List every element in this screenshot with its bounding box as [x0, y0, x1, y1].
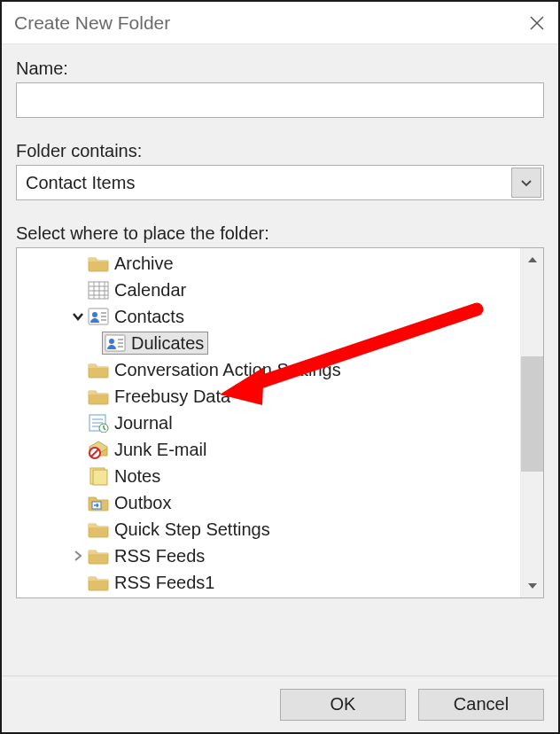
folder-contains-label: Folder contains:: [16, 141, 544, 161]
folder-contains-dropdown[interactable]: Contact Items: [16, 165, 544, 200]
chevron-up-icon: [527, 254, 538, 265]
tree-collapse-icon[interactable]: [68, 307, 88, 326]
name-input[interactable]: [16, 82, 544, 118]
junk-icon: [88, 439, 109, 460]
folder-icon: [88, 519, 109, 540]
tree-item-label: Journal: [114, 410, 173, 436]
cancel-button[interactable]: Cancel: [418, 689, 544, 721]
tree-item[interactable]: Freebusy Data: [17, 383, 520, 410]
tree-item[interactable]: Outbox: [17, 489, 520, 516]
tree-item[interactable]: Contacts: [17, 303, 520, 330]
tree-item-label: RSS Feeds: [114, 543, 205, 569]
folder-icon: [88, 359, 109, 380]
tree-expand-icon[interactable]: [68, 546, 88, 566]
tree-item[interactable]: Archive: [17, 250, 520, 277]
dropdown-button[interactable]: [511, 168, 541, 198]
scrollbar-vertical[interactable]: [520, 248, 543, 597]
chevron-down-icon: [527, 581, 538, 591]
tree-item[interactable]: Dulicates: [17, 330, 520, 356]
scrollbar-track[interactable]: [521, 271, 543, 574]
folder-contains-value: Contact Items: [17, 166, 509, 199]
tree-item-label: Contacts: [114, 303, 184, 330]
calendar-icon: [88, 279, 109, 301]
svg-marker-3: [528, 583, 537, 589]
svg-marker-2: [528, 257, 537, 262]
tree-item-label: Outbox: [114, 489, 171, 516]
place-label: Select where to place the folder:: [16, 223, 544, 244]
scroll-down-button[interactable]: [521, 574, 543, 597]
journal-icon: [88, 412, 109, 433]
folder-icon: [88, 386, 109, 407]
dialog-title: Create New Folder: [14, 12, 516, 34]
tree-item-label: Junk E-mail: [114, 436, 206, 463]
tree-item-label: Dulicates: [131, 330, 204, 356]
scrollbar-thumb[interactable]: [521, 356, 543, 472]
folder-tree: ArchiveCalendarContactsDulicatesConversa…: [16, 247, 544, 598]
tree-item[interactable]: Notes: [17, 463, 520, 489]
create-new-folder-dialog: Create New Folder Name: Folder contains:…: [0, 0, 560, 734]
tree-item-label: Notes: [114, 463, 160, 489]
outbox-icon: [88, 492, 109, 513]
dialog-content: Name: Folder contains: Contact Items Sel…: [2, 44, 558, 675]
tree-item[interactable]: Journal: [17, 410, 520, 436]
tree-item-label: RSS Feeds1: [114, 569, 214, 596]
scroll-up-button[interactable]: [521, 248, 543, 271]
tree-item[interactable]: Junk E-mail: [17, 436, 520, 463]
ok-button[interactable]: OK: [280, 689, 406, 721]
button-bar: OK Cancel: [2, 675, 558, 732]
tree-item-label: Quick Step Settings: [114, 516, 270, 543]
chevron-down-icon: [520, 176, 533, 189]
close-icon: [530, 16, 544, 30]
tree-item[interactable]: Quick Step Settings: [17, 516, 520, 543]
titlebar: Create New Folder: [2, 2, 558, 44]
tree-item-label: Conversation Action Settings: [114, 356, 341, 383]
contacts-icon: [105, 332, 126, 354]
contacts-icon: [88, 306, 109, 327]
folder-icon: [88, 545, 109, 566]
tree-item-label: Freebusy Data: [114, 383, 230, 410]
tree-item-label: Archive: [114, 250, 174, 277]
folder-icon: [88, 572, 109, 593]
folder-icon: [88, 253, 109, 274]
folder-tree-viewport[interactable]: ArchiveCalendarContactsDulicatesConversa…: [17, 248, 520, 597]
tree-item[interactable]: RSS Feeds1: [17, 569, 520, 596]
name-label: Name:: [16, 59, 544, 79]
tree-item[interactable]: RSS Feeds: [17, 543, 520, 569]
tree-item-label: Calendar: [114, 277, 186, 303]
tree-item[interactable]: Conversation Action Settings: [17, 356, 520, 383]
tree-item[interactable]: Calendar: [17, 277, 520, 303]
notes-icon: [88, 465, 109, 487]
close-button[interactable]: [516, 2, 558, 44]
